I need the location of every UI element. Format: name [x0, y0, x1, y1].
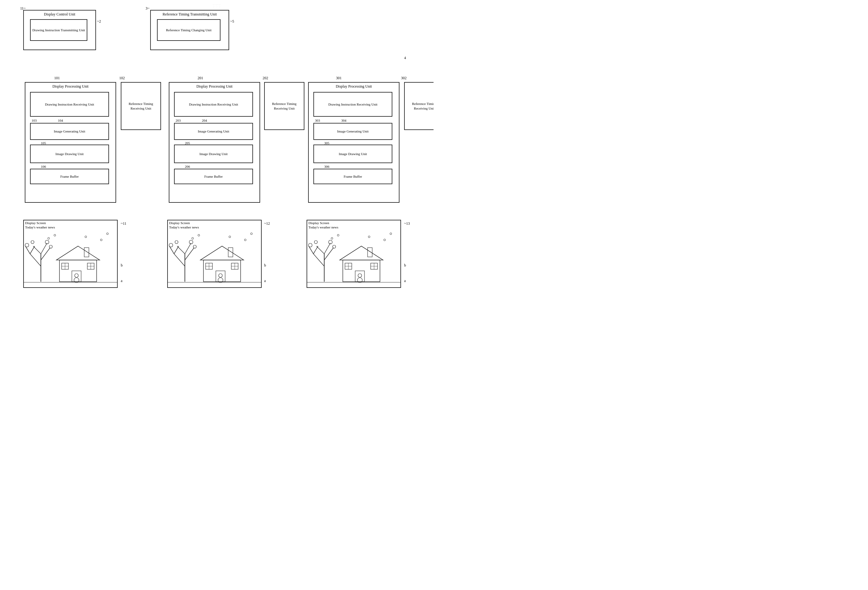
frame-buffer-1-label: Frame Buffer	[61, 174, 79, 178]
display-processing-unit-2-box: Display Processing Unit Drawing Instruct…	[169, 82, 260, 203]
drawing-instruction-receiving-unit-3-label: Drawing Instruction Receiving Unit	[328, 102, 378, 106]
screen-3-title: Display Screen	[307, 220, 400, 225]
label-a-2: a	[264, 279, 266, 283]
label-b-3: b	[404, 263, 406, 268]
label-102: 102	[119, 76, 125, 81]
label-306: 306	[324, 164, 329, 169]
svg-point-59	[75, 274, 78, 277]
svg-point-117	[358, 274, 362, 277]
screen-3-content	[307, 229, 400, 288]
display-screen-3: Display Screen Today's weather news	[307, 220, 401, 288]
reference-timing-receiving-unit-2-label: Reference Timing Receiving Unit	[265, 100, 304, 112]
svg-rect-114	[368, 248, 372, 257]
label-13: ~13	[404, 221, 410, 226]
label-a-1: a	[121, 279, 122, 283]
label-12: ~12	[264, 221, 270, 226]
svg-point-105	[309, 243, 312, 247]
display-control-unit-label: Display Control Unit	[24, 12, 95, 17]
display-processing-unit-1-box: Display Processing Unit Drawing Instruct…	[25, 82, 116, 203]
display-screen-1: Display Screen Today's weather news	[23, 220, 118, 288]
svg-rect-85	[228, 248, 233, 257]
label-a-3: a	[404, 279, 406, 283]
label-2: ~2	[97, 19, 101, 24]
svg-line-100	[324, 248, 334, 260]
image-generating-unit-2-box: Image Generating Unit	[174, 123, 253, 140]
image-drawing-unit-3-box: Image Drawing Unit	[313, 145, 392, 163]
svg-point-47	[25, 243, 29, 247]
svg-point-91	[229, 236, 231, 238]
label-203: 203	[176, 118, 181, 122]
reference-timing-receiving-unit-3-box: Reference Timing Receiving Unit	[404, 82, 434, 130]
screen-1-title: Display Screen	[24, 220, 117, 225]
label-5: ~5	[230, 19, 235, 24]
svg-point-90	[198, 235, 200, 236]
svg-line-42	[41, 248, 50, 260]
svg-point-93	[251, 233, 252, 235]
svg-point-63	[100, 239, 102, 241]
image-drawing-unit-2-label: Image Drawing Unit	[199, 152, 227, 156]
display-processing-unit-3-box: Display Processing Unit Drawing Instruct…	[308, 82, 400, 203]
drawing-instruction-receiving-unit-2-label: Drawing Instruction Receiving Unit	[189, 102, 238, 106]
label-104: 104	[58, 118, 63, 122]
svg-point-89	[192, 237, 193, 239]
svg-rect-56	[84, 248, 89, 257]
image-drawing-unit-1-box: Image Drawing Unit	[30, 145, 109, 163]
svg-point-62	[85, 236, 87, 238]
svg-point-79	[193, 245, 196, 248]
reference-timing-receiving-unit-1-label: Reference Timing Receiving Unit	[121, 100, 160, 112]
svg-line-101	[316, 246, 324, 254]
svg-point-50	[49, 245, 52, 248]
svg-line-103	[309, 246, 313, 254]
image-generating-unit-2-label: Image Generating Unit	[198, 129, 229, 133]
svg-marker-110	[340, 246, 383, 260]
svg-line-102	[324, 243, 331, 254]
label-101: 101	[54, 76, 60, 81]
weather-text-3: Today's weather news	[307, 225, 400, 229]
reference-timing-changing-unit-label: Reference Timing Changing Unit	[166, 28, 211, 32]
svg-line-41	[30, 254, 41, 266]
svg-point-120	[368, 236, 370, 238]
label-3: 3~	[146, 6, 149, 11]
drawing-instruction-receiving-unit-3-box: Drawing Instruction Receiving Unit	[313, 92, 392, 117]
image-generating-unit-1-box: Image Generating Unit	[30, 123, 109, 140]
svg-point-106	[314, 240, 317, 243]
diagram-container: 1 1~ Display Control Unit Drawing Instru…	[3, 3, 430, 9]
label-103: 103	[32, 118, 37, 122]
svg-point-60	[48, 237, 50, 239]
reference-timing-receiving-unit-2-box: Reference Timing Receiving Unit	[264, 82, 304, 130]
svg-rect-82	[216, 271, 225, 282]
display-processing-unit-3-label: Display Processing Unit	[309, 84, 399, 89]
connection-lines	[3, 3, 430, 9]
label-b-1: b	[121, 263, 123, 268]
display-control-unit-box: Display Control Unit Drawing Instruction…	[23, 10, 96, 50]
display-processing-unit-1-label: Display Processing Unit	[25, 84, 115, 89]
label-b-2: b	[264, 263, 266, 268]
svg-point-77	[175, 240, 178, 243]
svg-line-74	[170, 246, 174, 254]
drawing-instruction-receiving-unit-1-box: Drawing Instruction Receiving Unit	[30, 92, 109, 117]
drawing-instruction-transmitting-unit-box: Drawing Instruction Transmitting Unit	[30, 19, 87, 41]
svg-point-61	[54, 235, 56, 236]
screen-1-content	[24, 229, 117, 288]
svg-point-118	[331, 237, 333, 239]
reference-timing-changing-unit-box: Reference Timing Changing Unit	[157, 19, 220, 41]
display-processing-unit-2-label: Display Processing Unit	[170, 84, 260, 89]
svg-line-70	[174, 254, 185, 266]
image-drawing-unit-3-label: Image Drawing Unit	[339, 152, 367, 156]
label-11: ~11	[121, 221, 126, 226]
frame-buffer-3-label: Frame Buffer	[344, 174, 362, 178]
svg-point-108	[332, 245, 336, 248]
svg-marker-81	[200, 246, 244, 260]
frame-buffer-1-box: Frame Buffer	[30, 169, 109, 184]
svg-line-75	[174, 246, 179, 254]
svg-line-71	[185, 248, 194, 260]
svg-point-64	[106, 233, 108, 235]
svg-line-45	[25, 246, 30, 254]
weather-text-1: Today's weather news	[24, 225, 117, 229]
label-301: 301	[336, 76, 342, 81]
reference-timing-transmitting-unit-box: Reference Timing Transmitting Unit Refer…	[150, 10, 229, 50]
image-generating-unit-1-label: Image Generating Unit	[54, 129, 85, 133]
frame-buffer-2-label: Frame Buffer	[204, 174, 223, 178]
svg-line-43	[33, 246, 41, 254]
label-4: 4	[404, 56, 406, 60]
